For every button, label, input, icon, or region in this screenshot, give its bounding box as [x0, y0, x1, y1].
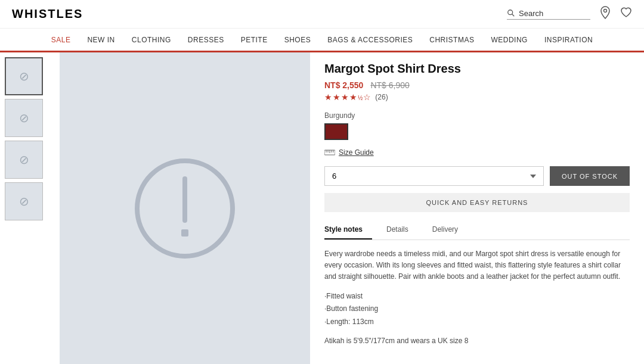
thumbnail-list: ⊘ ⊘ ⊘ ⊘: [0, 52, 60, 364]
placeholder-icon-3: ⊘: [19, 194, 29, 209]
header: WHISTLES: [0, 0, 644, 29]
content: ⊘ ⊘ ⊘ ⊘ Margot Spot Shirt Dress NT$ 2,55…: [0, 52, 644, 364]
size-select[interactable]: 6 8 10 12 14 16: [324, 166, 544, 186]
search-icon: [507, 9, 515, 17]
placeholder-icon-0: ⊘: [19, 69, 29, 83]
placeholder-icon-1: ⊘: [19, 111, 29, 125]
nav-item-shoes[interactable]: SHOES: [284, 36, 311, 44]
search-bar[interactable]: [507, 9, 590, 20]
bullet-2: ·Length: 113cm: [324, 316, 630, 329]
style-bullets: ·Fitted waist ·Button fastening ·Length:…: [324, 290, 630, 329]
out-of-stock-button[interactable]: OUT OF STOCK: [550, 166, 630, 186]
svg-point-2: [604, 10, 607, 13]
bullet-1: ·Button fastening: [324, 303, 630, 316]
product-details: Margot Spot Shirt Dress NT$ 2,550 NT$ 6,…: [310, 52, 644, 364]
nav: SALE NEW IN CLOTHING DRESSES PETITE SHOE…: [0, 29, 644, 52]
search-input[interactable]: [519, 9, 590, 18]
star-rating: ★★★★½☆: [324, 92, 371, 102]
tab-delivery[interactable]: Delivery: [432, 222, 467, 239]
nav-item-wedding[interactable]: WEDDING: [491, 36, 528, 44]
logo[interactable]: WHISTLES: [12, 7, 83, 21]
ruler-icon: [324, 149, 335, 156]
location-icon[interactable]: [600, 6, 611, 22]
tab-style-notes[interactable]: Style notes: [324, 222, 372, 239]
image-placeholder-icon: [131, 155, 239, 262]
placeholder-icon-2: ⊘: [19, 153, 29, 167]
style-notes-text: Every wardrobe needs a timeless midi, an…: [324, 248, 630, 283]
thumbnail-3[interactable]: ⊘: [5, 182, 43, 220]
nav-item-new-in[interactable]: NEW IN: [87, 36, 114, 44]
nav-item-petite[interactable]: PETITE: [241, 36, 268, 44]
price-row: NT$ 2,550 NT$ 6,900: [324, 80, 630, 90]
main-product-image: [60, 52, 310, 364]
bullet-0: ·Fitted waist: [324, 290, 630, 303]
nav-item-clothing[interactable]: CLOTHING: [132, 36, 171, 44]
original-price: NT$ 6,900: [370, 80, 409, 90]
fit-note: Atikah is 5'9.5"/177cm and wears a UK si…: [324, 335, 630, 346]
svg-rect-5: [181, 229, 188, 237]
nav-item-sale[interactable]: SALE: [51, 36, 71, 44]
color-label: Burgundy: [324, 111, 630, 120]
returns-bar: QUICK AND EASY RETURNS: [324, 193, 630, 212]
size-row: 6 8 10 12 14 16 OUT OF STOCK: [324, 166, 630, 186]
review-count[interactable]: (26): [375, 93, 388, 101]
sale-price: NT$ 2,550: [324, 80, 363, 90]
thumbnail-1[interactable]: ⊘: [5, 99, 43, 137]
rating-row: ★★★★½☆ (26): [324, 92, 630, 102]
tab-details[interactable]: Details: [386, 222, 418, 239]
wishlist-icon[interactable]: [620, 7, 632, 21]
nav-item-inspiration[interactable]: INSPIRATION: [544, 36, 593, 44]
size-guide-row: Size Guide: [324, 148, 630, 157]
nav-item-dresses[interactable]: DRESSES: [188, 36, 224, 44]
product-title: Margot Spot Shirt Dress: [324, 62, 630, 76]
thumbnail-2[interactable]: ⊘: [5, 141, 43, 179]
svg-point-0: [508, 10, 513, 15]
nav-item-bags[interactable]: BAGS & ACCESSORIES: [327, 36, 413, 44]
size-guide-link[interactable]: Size Guide: [339, 148, 374, 157]
thumbnail-0[interactable]: ⊘: [5, 57, 43, 95]
header-right: [507, 6, 632, 22]
color-swatch-burgundy[interactable]: [324, 123, 348, 140]
nav-item-christmas[interactable]: CHRISTMAS: [429, 36, 474, 44]
product-tabs: Style notes Details Delivery: [324, 222, 630, 240]
svg-line-1: [512, 14, 515, 17]
